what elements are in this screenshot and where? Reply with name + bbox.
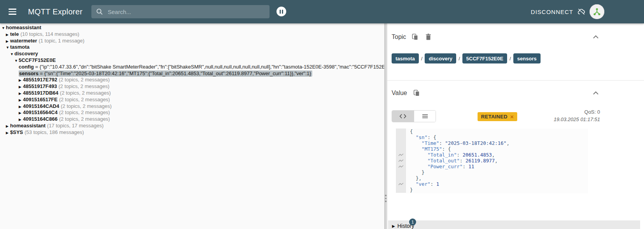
topic-path-chip: 5CCF7F152E0E xyxy=(462,53,507,63)
tree-row[interactable]: ▼tasmota xyxy=(0,44,384,51)
app-bar: MQTT Explorer DISCONNECT xyxy=(0,0,644,23)
tree-collapsed-icon: ▶ xyxy=(392,224,395,228)
tree-collapsed-icon[interactable]: ▶ xyxy=(19,77,23,83)
topic-counts: (53 topics, 186 messages) xyxy=(24,129,84,135)
copy-topic-button[interactable] xyxy=(411,33,419,41)
tree-collapsed-icon[interactable]: ▶ xyxy=(6,130,10,136)
topic-name: 5CCF7F152E0E xyxy=(19,57,56,63)
tree-row[interactable]: ▼discovery xyxy=(0,51,384,57)
tree-row[interactable]: ▶tele(10 topics, 114 messages) xyxy=(0,31,384,38)
disconnect-button[interactable]: DISCONNECT xyxy=(531,0,586,23)
tree-row[interactable]: ▶48551917DB64(2 topics, 2 messages) xyxy=(0,90,384,97)
topic-counts: (10 topics, 114 messages) xyxy=(20,31,79,37)
tree-collapsed-icon[interactable]: ▶ xyxy=(19,104,23,110)
gutter-cell xyxy=(396,134,406,140)
sparkline-icon xyxy=(398,159,404,163)
search-box xyxy=(91,5,270,18)
tree-row[interactable]: ▶$SYS(53 topics, 186 messages) xyxy=(0,129,384,136)
tree-row[interactable]: ▶48551917F493(2 topics, 2 messages) xyxy=(0,83,384,90)
pause-button[interactable] xyxy=(276,7,286,16)
tree-row[interactable]: ▶4091516564C4(2 topics, 2 messages) xyxy=(0,109,384,116)
topic-section-title: Topic xyxy=(392,33,406,41)
history-sparkline-cell[interactable] xyxy=(396,181,406,187)
tree-row[interactable]: ▶40915164C866(2 topics, 2 messages) xyxy=(0,116,384,123)
topic-name: discovery xyxy=(14,51,38,56)
tree-row[interactable]: ▶4091516517FE(2 topics, 2 messages) xyxy=(0,97,384,103)
tree-row[interactable]: ▶40915164CAD4(2 topics, 2 messages) xyxy=(0,103,384,110)
raw-view-icon xyxy=(422,114,428,119)
topic-name: $SYS xyxy=(10,129,23,135)
path-separator: / xyxy=(458,56,460,62)
topic-name: tele xyxy=(10,31,19,37)
tree-row[interactable]: ▶homeassistant(17 topics, 17 messages) xyxy=(0,123,384,129)
tree-row[interactable]: ▼5CCF7F152E0E xyxy=(0,57,384,64)
topic-name: 48551917E792 xyxy=(23,77,57,83)
code-line: } xyxy=(406,169,425,175)
value-code-block[interactable]: { "sn": { "Time": "2025-03-18T20:42:16",… xyxy=(396,129,588,193)
tree-collapsed-icon[interactable]: ▶ xyxy=(19,110,23,116)
delete-topic-button[interactable] xyxy=(424,33,432,41)
history-sparkline-cell[interactable] xyxy=(396,164,406,169)
tree-row[interactable]: ▶watermeter(1 topic, 1 message) xyxy=(0,38,384,44)
topic-counts: (2 topics, 2 messages) xyxy=(58,83,109,89)
search-input[interactable] xyxy=(108,9,256,15)
history-expander[interactable]: ▶ History 1 xyxy=(388,220,640,229)
panel-splitter[interactable] xyxy=(384,23,387,229)
tree-expanded-icon[interactable]: ▼ xyxy=(10,51,14,57)
copy-value-button[interactable] xyxy=(413,89,421,97)
menu-icon[interactable] xyxy=(5,4,20,19)
retained-badge: RETAINED × xyxy=(478,112,517,121)
topic-counts: (2 topics, 2 messages) xyxy=(61,103,112,109)
sparkline-icon xyxy=(398,165,404,169)
code-line: } xyxy=(406,187,413,193)
topic-name: 40915164CAD4 xyxy=(23,103,59,109)
tree-row[interactable]: sensors = {"sn":{"Time":"2025-03-18T20:4… xyxy=(0,70,384,77)
tree-row[interactable]: config = {"ip":"10.47.33.6","dn":"bitSha… xyxy=(0,64,384,70)
tree-collapsed-icon[interactable]: ▶ xyxy=(6,38,10,44)
code-line: "Time": "2025-03-18T20:42:16", xyxy=(406,140,509,146)
topic-value-preview: = {"ip":"10.47.33.6","dn":"bitShake Smar… xyxy=(34,64,384,70)
search-icon xyxy=(96,8,103,15)
tree-collapsed-icon[interactable]: ▶ xyxy=(19,116,23,123)
topic-counts: (2 topics, 2 messages) xyxy=(59,109,110,115)
raw-view-button[interactable] xyxy=(414,111,436,122)
gutter-cell xyxy=(396,129,406,134)
collapse-value-button[interactable] xyxy=(593,90,599,97)
topic-counts: (1 topic, 1 message) xyxy=(38,38,84,44)
collapse-topic-button[interactable] xyxy=(593,33,599,41)
topic-name: homeassistant xyxy=(10,123,46,129)
code-line: "sn": { xyxy=(406,134,436,140)
tree-expanded-icon[interactable]: ▼ xyxy=(14,58,19,64)
gutter-cell xyxy=(396,169,406,175)
message-meta: QoS: 0 19.03.2025 01:17:51 xyxy=(554,109,600,122)
code-view-button[interactable] xyxy=(392,111,414,122)
tree-collapsed-icon[interactable]: ▶ xyxy=(6,32,10,38)
topic-section: Topic tasmota/discovery/5CCF7F152E0E/se xyxy=(387,23,644,81)
topic-path-chip: sensors xyxy=(513,53,541,63)
chevron-up-icon xyxy=(593,35,599,39)
topic-path-chip: tasmota xyxy=(392,53,419,63)
history-sparkline-cell[interactable] xyxy=(396,152,406,158)
topic-counts: (17 topics, 17 messages) xyxy=(47,123,103,129)
code-line: { xyxy=(406,129,413,134)
tree-row[interactable]: ▼homeassistant xyxy=(0,25,384,31)
retained-clear-button[interactable]: × xyxy=(510,114,514,120)
topic-tree[interactable]: ▼homeassistant▶tele(10 topics, 114 messa… xyxy=(0,23,384,229)
tree-collapsed-icon[interactable]: ▶ xyxy=(19,90,23,97)
topic-name: homeassistant xyxy=(6,25,41,30)
tree-collapsed-icon[interactable]: ▶ xyxy=(19,84,23,90)
tree-expanded-icon[interactable]: ▼ xyxy=(2,25,6,31)
history-sparkline-cell[interactable] xyxy=(396,158,406,164)
tree-collapsed-icon[interactable]: ▶ xyxy=(6,123,10,129)
tree-expanded-icon[interactable]: ▼ xyxy=(6,44,10,51)
cloud-off-icon xyxy=(577,8,586,15)
topic-name: 4091516517FE xyxy=(23,97,58,102)
tree-row[interactable]: ▶48551917E792(2 topics, 2 messages) xyxy=(0,77,384,83)
tree-collapsed-icon[interactable]: ▶ xyxy=(19,97,23,103)
app-title: MQTT Explorer xyxy=(28,7,82,16)
copy-icon xyxy=(413,90,420,97)
code-line: "MT175": { xyxy=(406,146,451,152)
account-button[interactable] xyxy=(590,4,604,19)
gutter-cell xyxy=(396,175,406,181)
topic-name: watermeter xyxy=(10,38,37,44)
